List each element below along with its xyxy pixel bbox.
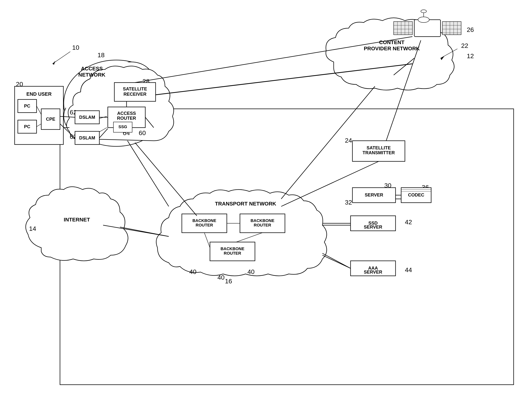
svg-line-91: [281, 161, 379, 207]
pc1-label: PC: [24, 103, 30, 109]
ssg-label: SSG: [119, 124, 127, 129]
svg-rect-53: [41, 109, 60, 129]
ref-62b: 62: [70, 133, 77, 140]
svg-marker-25: [52, 61, 55, 65]
svg-line-23: [116, 96, 131, 99]
svg-text:TRANSMITTER: TRANSMITTER: [362, 150, 395, 155]
svg-text:PROVIDER NETWORK: PROVIDER NETWORK: [364, 45, 420, 52]
ref-62a: 62: [70, 109, 77, 116]
svg-line-12: [94, 116, 107, 120]
svg-line-94: [236, 233, 262, 242]
svg-line-93: [204, 233, 210, 248]
pc2-label: PC: [24, 124, 30, 129]
svg-rect-63: [352, 141, 405, 161]
diagram-svg: 10 12 14 16 18 20 22 24 26 28 30 32 36 4…: [0, 0, 532, 401]
svg-line-20: [148, 64, 412, 96]
dslam2-label: DSLAM: [79, 135, 95, 140]
svg-line-88: [120, 227, 169, 236]
svg-text:ROUTER: ROUTER: [224, 251, 241, 256]
diagram-container: 10 12 14 16 18 20 22 24 26 28 30 32 36 4…: [0, 0, 532, 401]
svg-marker-27: [441, 56, 444, 60]
svg-rect-65: [352, 188, 396, 203]
svg-rect-51: [18, 99, 37, 113]
backbone-router3-label: BACKBONE: [221, 246, 244, 251]
cpe-label: CPE: [46, 116, 55, 122]
svg-point-45: [418, 17, 429, 23]
internet-label: INTERNET: [64, 217, 90, 223]
svg-point-3: [122, 92, 171, 133]
svg-point-9: [81, 68, 122, 101]
ref-22: 22: [461, 42, 468, 49]
svg-point-5: [109, 62, 154, 99]
aaa-server-label: AAA: [368, 265, 378, 271]
svg-text:NETWORK: NETWORK: [78, 72, 106, 78]
ref-24: 24: [345, 137, 352, 144]
svg-line-55: [37, 124, 41, 127]
svg-point-7: [66, 97, 111, 135]
satellite-transmitter-label: SATELLITE: [367, 145, 391, 150]
svg-line-13: [94, 128, 107, 135]
ref-44: 44: [405, 266, 412, 273]
ref-26: 26: [467, 26, 474, 33]
svg-line-21: [394, 58, 414, 75]
svg-line-17: [103, 225, 169, 236]
backbone-router1-label: BACKBONE: [192, 218, 216, 223]
svg-line-16: [281, 86, 375, 199]
access-router-label: ACCESS: [117, 111, 136, 116]
ref-18: 18: [97, 52, 105, 58]
svg-point-8: [124, 94, 169, 131]
svg-line-90: [135, 37, 412, 83]
svg-line-84: [145, 117, 154, 128]
backbone-router2-label: BACKBONE: [250, 218, 274, 223]
ref-64: 64: [123, 129, 130, 136]
ref-36: 36: [422, 184, 429, 191]
svg-point-4: [79, 66, 124, 103]
svg-rect-29: [394, 22, 412, 35]
ref-70: 70: [35, 133, 42, 140]
svg-point-10: [111, 64, 152, 97]
ref-40b: 40: [247, 268, 254, 275]
svg-rect-28: [414, 20, 441, 37]
svg-rect-52: [18, 120, 37, 133]
svg-point-6: [66, 61, 167, 145]
svg-line-79: [60, 116, 75, 117]
svg-rect-62: [114, 122, 132, 132]
svg-rect-57: [75, 131, 99, 144]
ref-28: 28: [142, 78, 150, 85]
svg-text:SERVER: SERVER: [364, 224, 382, 229]
satellite-receiver-label: SATELLITE: [123, 86, 147, 91]
svg-rect-56: [75, 111, 99, 124]
svg-text:ROUTER: ROUTER: [196, 223, 213, 227]
end-user-label: END USER: [26, 91, 52, 97]
dslam1-label: DSLAM: [79, 115, 95, 120]
svg-text:SERVER: SERVER: [364, 270, 382, 275]
ref-60: 60: [139, 129, 146, 136]
svg-line-19: [323, 253, 351, 268]
svg-rect-50: [15, 86, 63, 144]
svg-rect-77: [351, 261, 396, 276]
svg-line-54: [37, 106, 41, 115]
svg-rect-69: [182, 214, 227, 233]
ref-72: 72: [16, 139, 23, 146]
svg-rect-73: [210, 242, 255, 261]
ref-12: 12: [467, 52, 474, 59]
svg-text:ROUTER: ROUTER: [254, 223, 271, 227]
svg-rect-37: [442, 22, 461, 35]
transport-network-label: TRANSPORT NETWORK: [215, 201, 276, 207]
svg-point-1: [64, 60, 169, 146]
svg-line-15: [127, 141, 169, 207]
svg-line-80: [60, 124, 75, 138]
codec-label: CODEC: [408, 192, 424, 197]
svg-line-87: [323, 255, 351, 268]
ref-30: 30: [384, 182, 391, 189]
svg-line-26: [441, 49, 457, 58]
svg-line-89: [386, 40, 421, 141]
access-network-label: ACCESS: [81, 66, 103, 71]
ref-16: 16: [225, 278, 232, 285]
svg-point-47: [421, 10, 426, 13]
svg-rect-66: [401, 188, 431, 203]
svg-text:RECEIVER: RECEIVER: [124, 91, 147, 97]
ref-40c: 40: [217, 274, 225, 281]
server-label: SERVER: [365, 192, 383, 197]
svg-line-82: [99, 129, 108, 138]
